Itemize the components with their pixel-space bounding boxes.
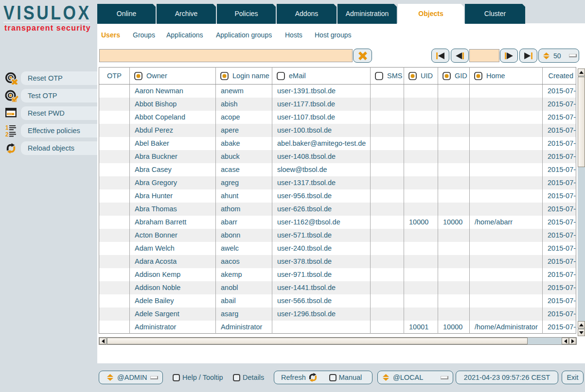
svg-text:1: 1 bbox=[5, 124, 9, 131]
svg-text:2: 2 bbox=[5, 131, 9, 138]
